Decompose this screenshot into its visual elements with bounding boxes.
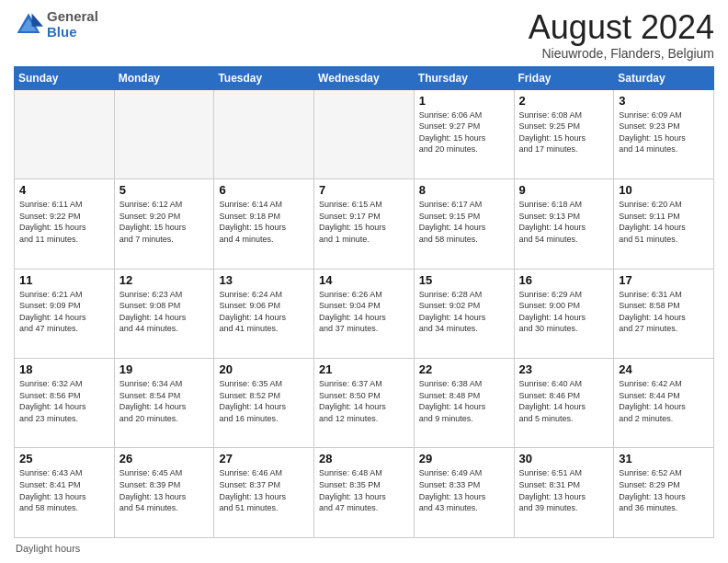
cell-0-1 [114,89,214,178]
day-detail: Sunrise: 6:06 AM Sunset: 9:27 PM Dayligh… [419,109,509,155]
day-number: 21 [319,362,409,376]
cell-4-4: 29Sunrise: 6:49 AM Sunset: 8:33 PM Dayli… [414,448,514,538]
cell-2-2: 13Sunrise: 6:24 AM Sunset: 9:06 PM Dayli… [214,269,314,358]
day-number: 6 [219,183,309,197]
day-detail: Sunrise: 6:23 AM Sunset: 9:08 PM Dayligh… [119,289,210,335]
day-detail: Sunrise: 6:32 AM Sunset: 8:56 PM Dayligh… [19,378,109,424]
logo: General Blue [14,9,98,40]
week-row-4: 18Sunrise: 6:32 AM Sunset: 8:56 PM Dayli… [15,359,714,448]
day-detail: Sunrise: 6:09 AM Sunset: 9:23 PM Dayligh… [619,109,709,155]
cell-4-5: 30Sunrise: 6:51 AM Sunset: 8:31 PM Dayli… [514,448,614,538]
cell-3-5: 23Sunrise: 6:40 AM Sunset: 8:46 PM Dayli… [514,359,614,448]
calendar-body: 1Sunrise: 6:06 AM Sunset: 9:27 PM Daylig… [15,89,714,537]
day-number: 24 [619,362,709,376]
day-detail: Sunrise: 6:24 AM Sunset: 9:06 PM Dayligh… [219,289,309,335]
day-number: 14 [319,273,409,287]
col-tuesday: Tuesday [214,66,314,89]
week-row-3: 11Sunrise: 6:21 AM Sunset: 9:09 PM Dayli… [15,269,714,358]
cell-1-0: 4Sunrise: 6:11 AM Sunset: 9:22 PM Daylig… [15,179,115,269]
header-row: Sunday Monday Tuesday Wednesday Thursday… [15,66,714,89]
cell-1-3: 7Sunrise: 6:15 AM Sunset: 9:17 PM Daylig… [314,179,415,269]
day-detail: Sunrise: 6:17 AM Sunset: 9:15 PM Dayligh… [419,199,509,245]
col-thursday: Thursday [414,66,514,89]
cell-1-5: 9Sunrise: 6:18 AM Sunset: 9:13 PM Daylig… [514,179,614,269]
day-detail: Sunrise: 6:46 AM Sunset: 8:37 PM Dayligh… [219,467,309,513]
day-detail: Sunrise: 6:26 AM Sunset: 9:04 PM Dayligh… [319,289,409,335]
cell-0-5: 2Sunrise: 6:08 AM Sunset: 9:25 PM Daylig… [514,89,614,178]
cell-3-2: 20Sunrise: 6:35 AM Sunset: 8:52 PM Dayli… [214,359,314,448]
footer-note: Daylight hours [14,543,714,554]
day-detail: Sunrise: 6:38 AM Sunset: 8:48 PM Dayligh… [419,378,509,424]
day-number: 1 [419,94,509,108]
day-detail: Sunrise: 6:18 AM Sunset: 9:13 PM Dayligh… [519,199,609,245]
day-detail: Sunrise: 6:52 AM Sunset: 8:29 PM Dayligh… [619,467,709,513]
day-number: 11 [19,273,109,287]
col-wednesday: Wednesday [314,66,415,89]
month-title: August 2024 [529,9,714,46]
calendar-page: General Blue August 2024 Nieuwrode, Flan… [0,0,728,563]
day-detail: Sunrise: 6:35 AM Sunset: 8:52 PM Dayligh… [219,378,309,424]
day-detail: Sunrise: 6:45 AM Sunset: 8:39 PM Dayligh… [119,467,210,513]
cell-1-6: 10Sunrise: 6:20 AM Sunset: 9:11 PM Dayli… [614,179,714,269]
day-detail: Sunrise: 6:11 AM Sunset: 9:22 PM Dayligh… [19,199,109,245]
cell-1-2: 6Sunrise: 6:14 AM Sunset: 9:18 PM Daylig… [214,179,314,269]
day-number: 13 [219,273,309,287]
day-number: 20 [219,362,309,376]
logo-text: General Blue [47,9,98,40]
cell-1-1: 5Sunrise: 6:12 AM Sunset: 9:20 PM Daylig… [114,179,214,269]
day-number: 2 [519,94,609,108]
day-detail: Sunrise: 6:21 AM Sunset: 9:09 PM Dayligh… [19,289,109,335]
day-number: 28 [319,452,409,465]
day-number: 4 [19,183,109,197]
cell-0-4: 1Sunrise: 6:06 AM Sunset: 9:27 PM Daylig… [414,89,514,178]
cell-2-6: 17Sunrise: 6:31 AM Sunset: 8:58 PM Dayli… [614,269,714,358]
day-number: 18 [19,362,109,376]
cell-1-4: 8Sunrise: 6:17 AM Sunset: 9:15 PM Daylig… [414,179,514,269]
day-number: 10 [619,183,709,197]
day-detail: Sunrise: 6:31 AM Sunset: 8:58 PM Dayligh… [619,289,709,335]
day-detail: Sunrise: 6:12 AM Sunset: 9:20 PM Dayligh… [119,199,210,245]
day-number: 31 [619,452,709,465]
cell-0-6: 3Sunrise: 6:09 AM Sunset: 9:23 PM Daylig… [614,89,714,178]
day-number: 16 [519,273,609,287]
cell-2-3: 14Sunrise: 6:26 AM Sunset: 9:04 PM Dayli… [314,269,415,358]
cell-4-1: 26Sunrise: 6:45 AM Sunset: 8:39 PM Dayli… [114,448,214,538]
day-number: 30 [519,452,609,465]
week-row-5: 25Sunrise: 6:43 AM Sunset: 8:41 PM Dayli… [15,448,714,538]
cell-2-1: 12Sunrise: 6:23 AM Sunset: 9:08 PM Dayli… [114,269,214,358]
day-detail: Sunrise: 6:37 AM Sunset: 8:50 PM Dayligh… [319,378,409,424]
col-saturday: Saturday [614,66,714,89]
cell-0-3 [314,89,415,178]
day-number: 3 [619,94,709,108]
day-detail: Sunrise: 6:15 AM Sunset: 9:17 PM Dayligh… [319,199,409,245]
day-number: 23 [519,362,609,376]
day-detail: Sunrise: 6:49 AM Sunset: 8:33 PM Dayligh… [419,467,509,513]
day-number: 15 [419,273,509,287]
day-detail: Sunrise: 6:08 AM Sunset: 9:25 PM Dayligh… [519,109,609,155]
cell-3-1: 19Sunrise: 6:34 AM Sunset: 8:54 PM Dayli… [114,359,214,448]
day-number: 25 [19,452,109,465]
cell-2-5: 16Sunrise: 6:29 AM Sunset: 9:00 PM Dayli… [514,269,614,358]
cell-0-0 [15,89,115,178]
day-number: 29 [419,452,509,465]
cell-4-2: 27Sunrise: 6:46 AM Sunset: 8:37 PM Dayli… [214,448,314,538]
header: General Blue August 2024 Nieuwrode, Flan… [14,9,714,61]
cell-0-2 [214,89,314,178]
day-number: 19 [119,362,210,376]
day-number: 9 [519,183,609,197]
day-detail: Sunrise: 6:51 AM Sunset: 8:31 PM Dayligh… [519,467,609,513]
logo-general-text: General [47,8,98,24]
cell-2-4: 15Sunrise: 6:28 AM Sunset: 9:02 PM Dayli… [414,269,514,358]
day-number: 17 [619,273,709,287]
day-detail: Sunrise: 6:29 AM Sunset: 9:00 PM Dayligh… [519,289,609,335]
day-number: 22 [419,362,509,376]
svg-marker-2 [32,13,43,26]
day-number: 27 [219,452,309,465]
week-row-1: 1Sunrise: 6:06 AM Sunset: 9:27 PM Daylig… [15,89,714,178]
day-number: 26 [119,452,210,465]
cell-4-0: 25Sunrise: 6:43 AM Sunset: 8:41 PM Dayli… [15,448,115,538]
cell-4-3: 28Sunrise: 6:48 AM Sunset: 8:35 PM Dayli… [314,448,415,538]
day-detail: Sunrise: 6:14 AM Sunset: 9:18 PM Dayligh… [219,199,309,245]
location: Nieuwrode, Flanders, Belgium [529,46,714,61]
calendar-table: Sunday Monday Tuesday Wednesday Thursday… [14,66,714,538]
